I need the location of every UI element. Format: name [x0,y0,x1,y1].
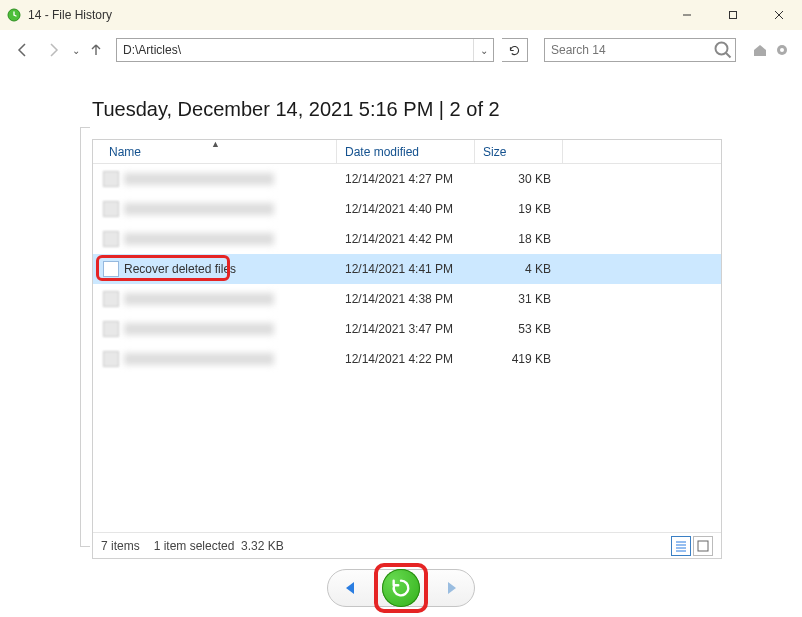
file-name-cell [93,351,337,367]
refresh-button[interactable] [502,38,528,62]
date-cell: 12/14/2021 3:47 PM [337,322,475,336]
column-header-date[interactable]: Date modified [337,140,475,163]
search-input[interactable] [545,43,711,57]
home-icon[interactable] [752,42,768,58]
file-rows: 12/14/2021 4:27 PM30 KB12/14/2021 4:40 P… [93,164,721,532]
redacted-name [124,233,274,245]
table-row[interactable]: Recover deleted files12/14/2021 4:41 PM4… [93,254,721,284]
up-button[interactable] [88,42,104,58]
date-cell: 12/14/2021 4:42 PM [337,232,475,246]
minimize-button[interactable] [664,0,710,30]
date-cell: 12/14/2021 4:41 PM [337,262,475,276]
status-selected: 1 item selected 3.32 KB [154,539,284,553]
size-cell: 18 KB [475,232,563,246]
redacted-name [124,203,274,215]
svg-line-6 [726,53,731,58]
control-pill [327,569,475,607]
next-version-button[interactable] [444,579,462,597]
file-name-cell [93,321,337,337]
table-row[interactable]: 12/14/2021 3:47 PM53 KB [93,314,721,344]
size-cell: 4 KB [475,262,563,276]
column-headers: ▲ Name Date modified Size [93,140,721,164]
toolbar-right-icons [752,42,790,58]
restore-highlight-box [374,563,428,613]
version-heading: Tuesday, December 14, 2021 5:16 PM | 2 o… [0,70,802,139]
svg-rect-2 [730,12,737,19]
address-dropdown-icon[interactable]: ⌄ [473,39,493,61]
file-icon [103,171,119,187]
file-icon [103,261,119,277]
file-icon [103,291,119,307]
previous-version-button[interactable] [340,579,358,597]
column-header-size[interactable]: Size [475,140,563,163]
size-cell: 31 KB [475,292,563,306]
size-cell: 419 KB [475,352,563,366]
search-box[interactable] [544,38,736,62]
redacted-name [124,323,274,335]
back-button[interactable] [12,39,34,61]
navigation-controls [0,559,802,607]
size-cell: 53 KB [475,322,563,336]
sort-indicator-icon: ▲ [211,139,220,149]
address-bar[interactable]: D:\Articles\ ⌄ [116,38,494,62]
table-row[interactable]: 12/14/2021 4:22 PM419 KB [93,344,721,374]
date-cell: 12/14/2021 4:22 PM [337,352,475,366]
address-text: D:\Articles\ [117,43,473,57]
svg-point-8 [780,48,784,52]
window-title: 14 - File History [28,8,664,22]
file-icon [103,201,119,217]
date-cell: 12/14/2021 4:27 PM [337,172,475,186]
size-cell: 19 KB [475,202,563,216]
table-row[interactable]: 12/14/2021 4:38 PM31 KB [93,284,721,314]
file-name-cell [93,171,337,187]
thumbnails-view-button[interactable] [693,536,713,556]
redacted-name [124,293,274,305]
forward-button[interactable] [42,39,64,61]
search-icon[interactable] [711,39,735,61]
file-name-cell [93,291,337,307]
status-item-count: 7 items [101,539,140,553]
svg-rect-13 [698,541,708,551]
date-cell: 12/14/2021 4:40 PM [337,202,475,216]
status-bar: 7 items 1 item selected 3.32 KB [93,532,721,558]
file-history-icon [6,7,22,23]
redacted-name [124,173,274,185]
date-cell: 12/14/2021 4:38 PM [337,292,475,306]
title-bar: 14 - File History [0,0,802,30]
file-name-cell [93,231,337,247]
details-view-button[interactable] [671,536,691,556]
file-icon [103,321,119,337]
table-row[interactable]: 12/14/2021 4:42 PM18 KB [93,224,721,254]
table-row[interactable]: 12/14/2021 4:40 PM19 KB [93,194,721,224]
prev-version-peek [80,127,90,547]
file-name-cell: Recover deleted files [93,261,337,277]
toolbar: ⌄ D:\Articles\ ⌄ [0,30,802,70]
history-dropdown-icon[interactable]: ⌄ [72,45,80,56]
file-name-cell [93,201,337,217]
size-cell: 30 KB [475,172,563,186]
file-name-text: Recover deleted files [124,262,236,276]
file-list-panel: ▲ Name Date modified Size 12/14/2021 4:2… [92,139,722,559]
close-button[interactable] [756,0,802,30]
maximize-button[interactable] [710,0,756,30]
file-icon [103,231,119,247]
file-icon [103,351,119,367]
table-row[interactable]: 12/14/2021 4:27 PM30 KB [93,164,721,194]
redacted-name [124,353,274,365]
svg-point-5 [716,43,728,55]
gear-icon[interactable] [774,42,790,58]
